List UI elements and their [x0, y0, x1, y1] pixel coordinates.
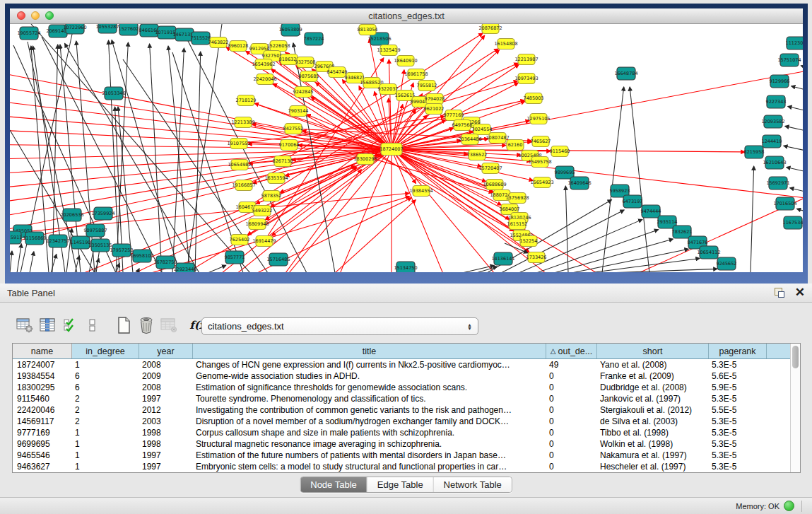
- network-node[interactable]: 15495758: [528, 157, 551, 168]
- table-selector-dropdown[interactable]: citations_edges.txt ▲▼: [201, 317, 478, 335]
- network-node[interactable]: 8960128: [228, 41, 249, 52]
- new-table-icon[interactable]: [113, 315, 134, 335]
- column-header-pagerank[interactable]: pagerank: [709, 344, 767, 358]
- tab-node-table[interactable]: Node Table: [300, 477, 367, 492]
- network-node[interactable]: 9242845: [293, 87, 314, 98]
- network-node[interactable]: 1615152: [507, 219, 528, 230]
- network-node[interactable]: 16353594: [264, 173, 288, 184]
- network-node[interactable]: 8215958: [744, 146, 765, 158]
- network-node[interactable]: 2718129: [236, 95, 257, 106]
- network-node[interactable]: 19384554: [409, 186, 433, 197]
- table-row[interactable]: 1872400712008Changes of HCN gene express…: [13, 359, 790, 370]
- network-node[interactable]: 5493222: [252, 206, 273, 216]
- network-node[interactable]: 19166857: [232, 180, 255, 191]
- network-node[interactable]: 7857224: [304, 33, 324, 45]
- network-node[interactable]: 18724007: [379, 144, 403, 156]
- network-node[interactable]: 12213389: [231, 117, 254, 128]
- network-window-titlebar[interactable]: citations_edges.txt: [10, 8, 803, 24]
- network-node[interactable]: 1733426: [526, 252, 547, 263]
- network-node[interactable]: 16154808: [494, 39, 517, 49]
- network-node[interactable]: 15692971: [766, 177, 789, 189]
- table-row[interactable]: 1456911722003Disruption of a novel membe…: [13, 416, 790, 427]
- network-node[interactable]: 9115460: [550, 146, 570, 157]
- network-node[interactable]: 15654923: [530, 177, 553, 188]
- network-node[interactable]: 7832621: [672, 226, 693, 238]
- network-node[interactable]: 13505135: [88, 239, 112, 252]
- network-node[interactable]: 13756928: [505, 193, 529, 204]
- network-node[interactable]: 15716485: [266, 253, 290, 266]
- network-node[interactable]: 9777169: [444, 110, 464, 121]
- network-node[interactable]: 7955812: [417, 81, 437, 91]
- network-node[interactable]: 9794028: [425, 94, 445, 105]
- network-node[interactable]: 10553287: [95, 24, 119, 33]
- network-node[interactable]: 12923446: [173, 263, 196, 272]
- table-row[interactable]: 977716911998Corpus callosum shape and si…: [13, 427, 790, 438]
- column-header-name[interactable]: name: [13, 344, 72, 358]
- network-node[interactable]: 12975105: [526, 114, 550, 124]
- network-node[interactable]: 5878352: [261, 191, 282, 201]
- network-node[interactable]: 1112304: [786, 37, 803, 49]
- network-node[interactable]: 15226058: [266, 41, 290, 52]
- network-node[interactable]: 62160: [507, 140, 524, 151]
- network-node[interactable]: 20206536: [60, 209, 83, 221]
- select-column-icon[interactable]: [37, 315, 58, 335]
- network-node[interactable]: 6473197: [623, 195, 643, 208]
- network-node[interactable]: 18300295: [353, 154, 377, 165]
- network-node[interactable]: 10654112: [697, 246, 720, 259]
- select-all-icon[interactable]: [59, 315, 81, 335]
- network-node[interactable]: 16409646: [567, 177, 591, 189]
- network-node[interactable]: 12213987: [514, 54, 538, 65]
- network-node[interactable]: 15720407: [478, 163, 502, 174]
- network-node[interactable]: 8427552: [283, 124, 304, 134]
- table-row[interactable]: 946362711997Embryonic stem cells: a mode…: [13, 461, 790, 472]
- scrollbar-thumb[interactable]: [792, 346, 799, 368]
- network-node[interactable]: 17359924: [91, 207, 114, 220]
- network-node[interactable]: 7903144: [288, 106, 309, 117]
- tab-network-table[interactable]: Network Table: [434, 477, 512, 492]
- network-node[interactable]: 18640910: [394, 56, 417, 66]
- network-node[interactable]: 22420046: [253, 74, 276, 85]
- network-node[interactable]: 9170064: [279, 140, 300, 151]
- network-node[interactable]: 9327508: [295, 57, 316, 68]
- network-node[interactable]: 16053809: [278, 24, 302, 36]
- network-node[interactable]: 9227343: [766, 95, 787, 108]
- network-node[interactable]: 9857771: [225, 251, 245, 264]
- network-node[interactable]: 8267130: [273, 156, 293, 167]
- delete-icon[interactable]: [136, 315, 157, 335]
- network-node[interactable]: 7463822: [208, 37, 229, 48]
- table-row[interactable]: 1938455462009Genome-wide association stu…: [13, 370, 790, 382]
- table-settings-icon[interactable]: [14, 315, 35, 335]
- table-row[interactable]: 969969511998Structural magnetic resonanc…: [13, 438, 790, 450]
- network-node[interactable]: 9474444: [641, 205, 661, 218]
- table-row[interactable]: 911546021997Tourette syndrome. Phenomeno…: [13, 393, 790, 404]
- network-node[interactable]: 152254: [520, 236, 538, 247]
- network-node[interactable]: 17016504: [773, 197, 796, 210]
- network-node[interactable]: 11156869: [23, 232, 46, 245]
- network-node[interactable]: 10973493: [514, 74, 538, 84]
- network-node[interactable]: 21053346: [102, 87, 125, 100]
- column-header-filler[interactable]: [767, 344, 790, 358]
- network-node[interactable]: 19107552: [227, 139, 250, 149]
- network-node[interactable]: 16648784: [614, 67, 637, 80]
- column-header-in_degree[interactable]: in_degree: [72, 344, 139, 358]
- network-node[interactable]: 11325419: [377, 45, 400, 56]
- network-node[interactable]: 7625402: [230, 235, 250, 245]
- network-node[interactable]: 20876872: [478, 24, 502, 34]
- network-node[interactable]: 16809948: [245, 219, 269, 230]
- network-node[interactable]: 12093582: [761, 115, 784, 128]
- network-node[interactable]: 16210643: [763, 156, 786, 169]
- network-canvas[interactable]: 1905572420691406107229601055328715276028…: [10, 24, 803, 272]
- vertical-scrollbar[interactable]: [790, 344, 800, 472]
- network-node[interactable]: 19055724: [17, 27, 40, 40]
- network-node[interactable]: 3915911: [10, 231, 22, 244]
- table-row[interactable]: 2242004622012Investigating the contribut…: [13, 404, 790, 416]
- network-node[interactable]: 1167534: [783, 216, 803, 229]
- table-row[interactable]: 1830029562008Estimation of significance …: [13, 382, 790, 393]
- network-node[interactable]: 16958107: [130, 250, 153, 262]
- network-node[interactable]: 90975887: [83, 224, 107, 237]
- network-node[interactable]: 7386522: [467, 150, 488, 160]
- network-node[interactable]: 16543962: [252, 59, 275, 70]
- network-node[interactable]: 3024554: [472, 124, 493, 135]
- network-node[interactable]: 7465627: [531, 136, 551, 147]
- zoom-window-icon[interactable]: [45, 11, 54, 20]
